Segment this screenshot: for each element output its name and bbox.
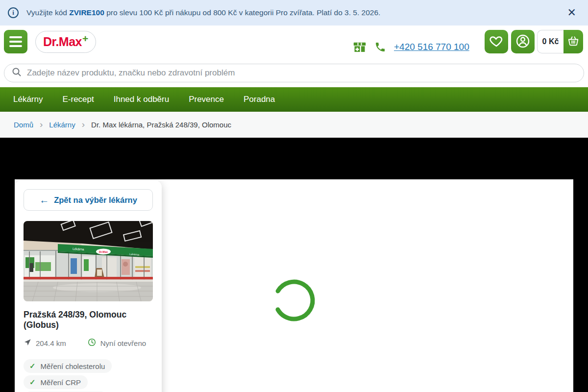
pharmacy-card: ← Zpět na výběr lékárny xyxy=(15,180,162,392)
nav-item-lekarny[interactable]: Lékárny xyxy=(13,95,43,104)
breadcrumb: Domů › Lékárny › Dr. Max lékárna, Pražsk… xyxy=(0,112,588,138)
service-label: Měření cholesterolu xyxy=(41,362,105,370)
distance: 204.4 km xyxy=(24,339,66,348)
back-button-label: Zpět na výběr lékárny xyxy=(54,196,137,205)
store-icon[interactable] xyxy=(353,40,367,54)
info-icon: i xyxy=(8,7,19,18)
phone-icon xyxy=(374,41,386,53)
distance-value: 204.4 km xyxy=(36,339,66,347)
nav-item-prevence[interactable]: Prevence xyxy=(189,95,224,104)
nav-item-erecept[interactable]: E-recept xyxy=(62,95,94,104)
navigation-arrow-icon xyxy=(24,339,31,348)
back-to-pharmacy-list-button[interactable]: ← Zpět na výběr lékárny xyxy=(24,189,153,211)
services-list: ✓ Měření cholesterolu ✓ Měření CRP ✓ Der… xyxy=(24,359,153,392)
check-icon: ✓ xyxy=(29,378,36,387)
search-bar xyxy=(4,64,584,82)
promo-suffix: pro slevu 100 Kč při nákupu od 800 Kč v … xyxy=(104,8,381,17)
account-button[interactable] xyxy=(511,30,535,53)
page: i Využijte kód ZVIRE100 pro slevu 100 Kč… xyxy=(0,0,588,392)
clock-icon xyxy=(88,338,96,348)
promo-code: ZVIRE100 xyxy=(69,8,104,17)
service-pill: ✓ Měření cholesterolu xyxy=(24,359,112,373)
drmax-logo[interactable]: Dr.Max+ xyxy=(35,31,96,53)
open-status-label: Nyní otevřeno xyxy=(100,339,146,347)
search-icon xyxy=(11,67,22,79)
pharmacy-meta: 204.4 km Nyní otevřeno xyxy=(24,338,153,348)
cart[interactable]: 0 Kč xyxy=(537,30,583,53)
cart-button[interactable] xyxy=(564,30,583,53)
photo-sign-left: Lékárna xyxy=(73,247,84,251)
service-pill: ✓ Měření CRP xyxy=(24,375,88,389)
hamburger-bar xyxy=(9,45,22,47)
chevron-right-icon: › xyxy=(82,120,85,129)
photo-sign-brand: Dr.Max xyxy=(99,250,108,253)
breadcrumb-lekarny[interactable]: Lékárny xyxy=(49,121,75,129)
promo-prefix: Využijte kód xyxy=(26,8,69,17)
pharmacy-photo: Lékárna Dr.Max Lékárna xyxy=(24,221,153,301)
breadcrumb-current: Dr. Max lékárna, Pražská 248/39, Olomouc xyxy=(91,121,231,129)
chevron-right-icon: › xyxy=(40,120,43,129)
breadcrumb-home[interactable]: Domů xyxy=(14,121,33,129)
logo-text: Dr.Max xyxy=(43,35,82,49)
phone-link[interactable]: +420 516 770 100 xyxy=(394,42,469,52)
loading-spinner xyxy=(270,277,318,324)
heart-icon xyxy=(489,34,504,50)
hamburger-menu-button[interactable] xyxy=(4,30,27,53)
map-stage: ← Zpět na výběr lékárny xyxy=(0,138,588,392)
header-contact: +420 516 770 100 xyxy=(353,35,469,59)
nav-item-poradna[interactable]: Poradna xyxy=(244,95,275,104)
hamburger-bar xyxy=(9,36,22,38)
main-nav: Lékárny E-recept Ihned k odběru Prevence… xyxy=(0,87,588,112)
hamburger-bar xyxy=(9,41,22,43)
photo-sign-right: Lékárna xyxy=(129,253,140,256)
logo-plus: + xyxy=(82,33,88,45)
check-icon: ✓ xyxy=(29,362,36,370)
basket-icon xyxy=(567,35,580,49)
cart-total: 0 Kč xyxy=(537,30,564,53)
arrow-left-icon: ← xyxy=(39,195,49,205)
open-status: Nyní otevřeno xyxy=(88,338,146,348)
promo-banner: i Využijte kód ZVIRE100 pro slevu 100 Kč… xyxy=(0,0,588,25)
close-icon[interactable]: ✕ xyxy=(564,5,580,20)
header: Dr.Max+ +420 516 770 100 xyxy=(0,25,588,87)
service-label: Měření CRP xyxy=(41,378,81,387)
promo-text: Využijte kód ZVIRE100 pro slevu 100 Kč p… xyxy=(26,8,380,17)
pharmacy-title: Pražská 248/39, Olomouc (Globus) xyxy=(24,310,153,330)
nav-item-ihned-k-odberu[interactable]: Ihned k odběru xyxy=(114,95,169,104)
search-input[interactable] xyxy=(27,68,577,78)
user-icon xyxy=(515,33,531,50)
favorites-button[interactable] xyxy=(485,30,508,53)
